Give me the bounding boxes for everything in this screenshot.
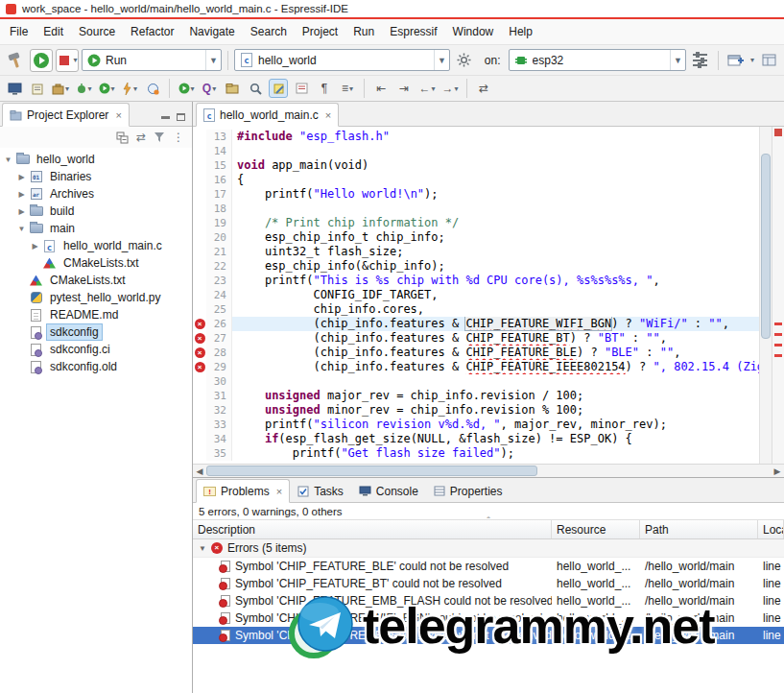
tree-item-main[interactable]: ▼main: [0, 220, 192, 237]
problem-row-selected[interactable]: Symbol 'CHIP_FEATURE_IEEE802154' could n…: [193, 627, 784, 644]
annotation-ruler[interactable]: [193, 432, 206, 446]
error-marker-icon[interactable]: [195, 347, 205, 358]
code-line[interactable]: 35 printf("Get flash size failed");: [193, 446, 784, 461]
tree-item-pytest[interactable]: pytest_hello_world.py: [0, 289, 192, 306]
target-settings-icon[interactable]: [689, 49, 712, 72]
expand-icon[interactable]: ▶: [15, 190, 28, 199]
tree-item-readme[interactable]: README.md: [0, 306, 192, 323]
error-mark[interactable]: [774, 354, 782, 357]
close-icon[interactable]: ×: [276, 486, 282, 497]
error-mark[interactable]: [774, 344, 782, 346]
expand-icon[interactable]: ▶: [15, 173, 28, 181]
back-icon[interactable]: ←▾: [417, 79, 437, 98]
tree-item-sdkconfig-old[interactable]: sdkconfig.old: [0, 358, 192, 375]
code-line[interactable]: 34 if(esp_flash_get_size(NULL, &flash_si…: [193, 432, 784, 446]
annotation-ruler[interactable]: [193, 446, 206, 461]
overview-ruler[interactable]: [772, 127, 784, 464]
snippet-icon[interactable]: [28, 79, 47, 98]
column-resource[interactable]: Resource: [552, 520, 640, 538]
tree-item-sdkconfig-ci[interactable]: sdkconfig.ci: [0, 341, 192, 358]
scrollbar-thumb[interactable]: [206, 466, 537, 476]
code-line[interactable]: 20 esp_chip_info_t chip_info;: [193, 230, 784, 245]
launch-config-combo[interactable]: c hello_world ▼: [234, 49, 450, 71]
annotation-ruler[interactable]: [193, 418, 206, 432]
run-history-icon[interactable]: ▾: [97, 79, 116, 98]
update-icon[interactable]: [143, 79, 162, 98]
code-line[interactable]: 14: [193, 144, 784, 158]
sash-collapse-icon[interactable]: ˆ: [487, 517, 490, 525]
coverage-icon[interactable]: Q▾: [200, 79, 219, 98]
expand-icon[interactable]: ▶: [15, 207, 28, 216]
problem-row[interactable]: Symbol 'CHIP_FEATURE_BLE' could not be r…: [193, 558, 784, 575]
menu-espressif[interactable]: Espressif: [382, 20, 444, 43]
problem-row[interactable]: Symbol 'CHIP_FEATURE_WIFI_BGN' could not…: [193, 609, 784, 627]
sort-icon[interactable]: ≡▾: [338, 79, 357, 98]
code-line[interactable]: 18: [193, 202, 784, 216]
code-line[interactable]: 21 uint32_t flash_size;: [193, 245, 784, 259]
collapse-icon[interactable]: ▼: [2, 155, 14, 164]
code-line[interactable]: 15void app_main(void): [193, 158, 784, 173]
code-editor[interactable]: 13#include "esp_flash.h" 14 15void app_m…: [193, 127, 784, 464]
mark-occurrences-icon[interactable]: [269, 79, 288, 98]
code-line[interactable]: 33 printf("silicon revision v%d.%d, ", m…: [193, 418, 784, 432]
code-line[interactable]: 17 printf("Hello world!\n");: [193, 187, 784, 202]
menu-navigate[interactable]: Navigate: [181, 20, 242, 43]
code-line[interactable]: 32 unsigned minor_rev = chip_info.revisi…: [193, 403, 784, 418]
chevron-down-icon[interactable]: ▾: [750, 56, 754, 64]
link-with-editor-icon[interactable]: ⇄: [474, 79, 493, 98]
menu-edit[interactable]: Edit: [36, 20, 71, 43]
open-perspective-icon[interactable]: [725, 49, 748, 72]
code-line[interactable]: 24 CONFIG_IDF_TARGET,: [193, 288, 784, 302]
code-line[interactable]: 28 (chip_info.features & CHIP_FEATURE_BL…: [193, 346, 784, 360]
stop-button[interactable]: ▾: [56, 49, 79, 72]
open-element-icon[interactable]: [223, 79, 242, 98]
code-line[interactable]: 16{: [193, 173, 784, 187]
tree-item-binaries[interactable]: ▶01Binaries: [0, 168, 192, 185]
build-hammer-icon[interactable]: [4, 49, 27, 72]
annotation-ruler[interactable]: [193, 173, 206, 187]
code-line[interactable]: 13#include "esp_flash.h": [193, 130, 784, 144]
annotation-ruler[interactable]: [193, 202, 206, 216]
debug-config-icon[interactable]: ▾: [74, 79, 93, 98]
tab-properties[interactable]: Properties: [426, 479, 511, 503]
annotation-ruler[interactable]: [193, 245, 206, 259]
scroll-left-icon[interactable]: ◀: [193, 466, 206, 476]
annotation-ruler[interactable]: [193, 230, 206, 245]
forward-icon[interactable]: →▾: [440, 79, 460, 98]
expand-icon[interactable]: ▶: [29, 242, 41, 251]
search-icon[interactable]: [246, 79, 265, 98]
error-marker-icon[interactable]: [195, 333, 205, 344]
scroll-right-icon[interactable]: ▶: [771, 466, 784, 476]
launch-button[interactable]: [30, 49, 53, 72]
tree-item-hello-world[interactable]: ▼hello_world: [0, 151, 192, 168]
tree-item-sdkconfig[interactable]: sdkconfig: [0, 323, 192, 341]
tree-item-cmakelists-main[interactable]: CMakeLists.txt: [0, 254, 192, 272]
error-marker-icon[interactable]: [195, 319, 205, 329]
target-combo[interactable]: esp32 ▼: [509, 49, 686, 71]
menu-help[interactable]: Help: [501, 20, 540, 43]
code-line[interactable]: 27 (chip_info.features & CHIP_FEATURE_BT…: [193, 331, 784, 346]
problem-row[interactable]: Symbol 'CHIP_FEATURE_EMB_FLASH could not…: [193, 592, 784, 609]
minimize-icon[interactable]: [161, 116, 170, 119]
console-icon[interactable]: [5, 79, 24, 98]
code-line[interactable]: 31 unsigned major_rev = chip_info.revisi…: [193, 389, 784, 403]
menu-source[interactable]: Source: [71, 20, 123, 43]
collapse-icon[interactable]: ▼: [199, 544, 206, 553]
annotation-ruler[interactable]: [193, 259, 206, 274]
scrollbar-thumb[interactable]: [761, 154, 771, 339]
tree-item-archives[interactable]: ▶arArchives: [0, 185, 192, 203]
annotation-ruler[interactable]: [193, 130, 206, 144]
annotations-icon[interactable]: [292, 79, 311, 98]
maximize-icon[interactable]: [177, 113, 185, 121]
problem-row[interactable]: Symbol 'CHIP_FEATURE_BT' could not be re…: [193, 575, 784, 592]
launch-mode-combo[interactable]: Run ▼: [82, 49, 222, 71]
menu-file[interactable]: File: [2, 20, 36, 43]
code-line[interactable]: 25 chip_info.cores,: [193, 302, 784, 317]
new-wizard-icon[interactable]: ▾: [51, 79, 70, 98]
annotation-ruler[interactable]: [193, 302, 206, 317]
view-menu-icon[interactable]: ⋮: [173, 131, 184, 144]
tree-item-build[interactable]: ▶build: [0, 203, 192, 220]
annotation-ruler[interactable]: [193, 158, 206, 173]
filter-icon[interactable]: [154, 131, 165, 143]
show-whitespace-icon[interactable]: ¶: [315, 79, 334, 98]
